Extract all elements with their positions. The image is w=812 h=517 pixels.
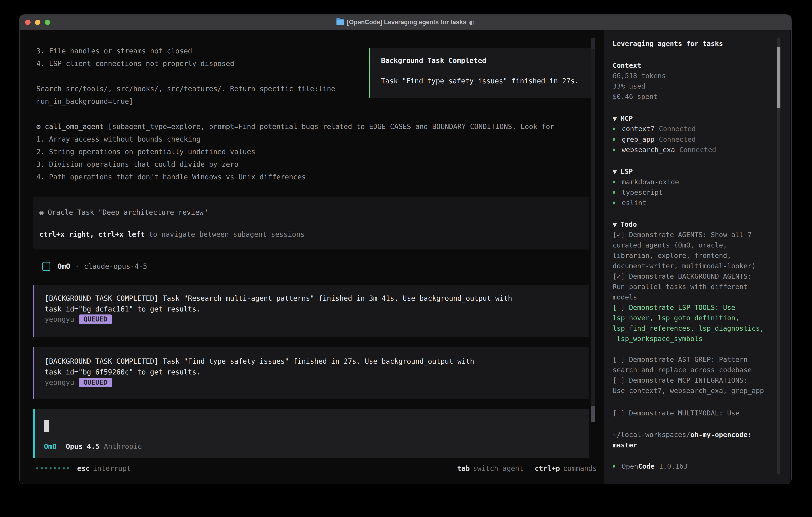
sidebar-scrollbar[interactable] [777,38,780,474]
app-version: 1.0.163 [659,462,688,470]
task-author: yeongyu [45,378,74,386]
zoom-window-button[interactable] [45,20,50,25]
ctrlp-key-hint: ctrl+p [535,464,560,472]
context-heading: Context [613,60,641,71]
model-info-row: OmO Opus 4.5 Anthropic [44,441,142,452]
lsp-item: markdown-oxide [613,177,679,187]
text-cursor [44,420,49,432]
oracle-task-panel: ◉ Oracle Task "Deep architecture review"… [33,197,589,249]
esc-key-label: interrupt [93,464,131,472]
context-spent: $0.46 spent [613,91,658,102]
hint-text: to navigate between subagent sessions [145,230,305,238]
oracle-navigation-hint: ctrl+x right, ctrl+x left to navigate be… [39,228,305,241]
tab-key-label: switch agent [473,464,523,472]
half-circle-icon: ◐ [469,19,474,26]
background-task-message: [BACKGROUND TASK COMPLETED] Task "Resear… [33,285,589,337]
app-name-dim: Open [622,462,638,470]
collapse-arrow-icon: ▼ [613,168,617,175]
tab-key-hint: tab [457,464,470,472]
oracle-task-title: ◉ Oracle Task "Deep architecture review" [39,206,208,219]
status-dot-icon [613,128,615,130]
workspace-branch: master [613,440,637,450]
agent-separator: · [75,262,79,270]
task-message-text: [BACKGROUND TASK COMPLETED] Task "Resear… [45,293,512,315]
background-task-message: [BACKGROUND TASK COMPLETED] Task "Find t… [33,347,589,399]
status-dot-icon [613,465,615,468]
mcp-section-header[interactable]: ▼MCP [613,113,633,124]
status-dot-icon [613,201,615,204]
todo-section-header[interactable]: ▼Todo [613,219,637,229]
input-provider-name: Anthropic [104,442,142,451]
close-window-button[interactable] [25,20,31,25]
main-scrollbar[interactable] [591,38,595,408]
todo-done-items: [✓] Demonstrate AGENTS: Show all 7 curat… [613,229,756,302]
status-dot-icon [613,138,615,141]
agent-checkbox-icon [42,262,50,271]
ctrlp-key-label: commands [563,464,597,472]
collapse-arrow-icon: ▼ [613,115,617,122]
lsp-section-header[interactable]: ▼LSP [613,166,633,176]
esc-key-hint: esc [77,464,90,472]
mcp-item: websearch_exaConnected [613,144,716,155]
agent-model: claude-opus-4-5 [84,262,147,270]
toast-body: Task "Find type safety issues" finished … [381,77,579,85]
context-used: 33% used [613,81,645,91]
todo-pending-items: [ ] Demonstrate AST-GREP: Pattern search… [613,354,764,396]
minimize-window-button[interactable] [35,20,40,25]
session-sidebar: Leveraging agents for tasks Context 66,5… [604,30,790,484]
titlebar: [OpenCode] Leveraging agents for tasks ◐ [20,15,791,30]
queued-status-badge: QUEUED [79,315,112,324]
folder-icon [337,19,344,25]
collapse-arrow-icon: ▼ [613,221,617,228]
main-scrollbar-track-top [591,38,595,49]
app-name-bold: Code [638,462,655,470]
prompt-input[interactable]: OmO Opus 4.5 Anthropic [33,409,589,458]
main-scrollbar-thumb[interactable] [591,406,595,422]
workspace-path: ~/local-workspaces/oh-my-opencode: [613,430,752,440]
tool-call-line: ⚙ call_omo_agent [subagent_type=explore,… [36,120,554,133]
context-tokens: 66,518 tokens [613,71,666,81]
tool-call-name: ⚙ call_omo_agent [36,123,108,131]
status-dot-icon [613,181,615,183]
scrollback-text: 3. File handles or streams not closed 4.… [36,45,335,108]
mcp-item: context7Connected [613,124,696,134]
opencode-terminal-window: [OpenCode] Leveraging agents for tasks ◐… [19,15,792,484]
queued-status-badge: QUEUED [79,378,112,387]
tool-call-args: [subagent_type=explore, prompt=Find pote… [108,123,554,131]
hint-keys: ctrl+x right, ctrl+x left [39,230,145,238]
sidebar-scrollbar-thumb[interactable] [777,47,780,108]
agent-name: OmO [58,262,70,270]
input-model-name: Opus 4.5 [66,442,99,451]
mcp-item: grep_appConnected [613,134,696,144]
toast-title: Background Task Completed [381,57,486,64]
status-dot-icon [613,148,615,151]
lsp-item: eslint [613,197,646,208]
agent-session-header: OmO · claude-opus-4-5 [42,261,147,272]
todo-pending-more: [ ] Demonstrate MULTIMODAL: Use [613,408,740,418]
todo-active-item: [ ] Demonstrate LSP TOOLS: Use lsp_hover… [613,302,764,344]
input-agent-name: OmO [44,442,57,451]
spinner-dots-icon [36,467,69,469]
lsp-item: typescript [613,187,663,197]
task-message-text: [BACKGROUND TASK COMPLETED] Task "Find t… [45,356,474,377]
task-author: yeongyu [45,315,74,323]
background-task-toast: Background Task Completed Task "Find typ… [369,48,593,98]
status-bar: esc interrupt tab switch agent ctrl+p co… [36,463,597,473]
session-title: Leveraging agents for tasks [613,38,723,49]
status-dot-icon [613,191,615,194]
window-title: [OpenCode] Leveraging agents for tasks [347,19,466,26]
version-row: Open Code 1.0.163 [613,461,688,471]
